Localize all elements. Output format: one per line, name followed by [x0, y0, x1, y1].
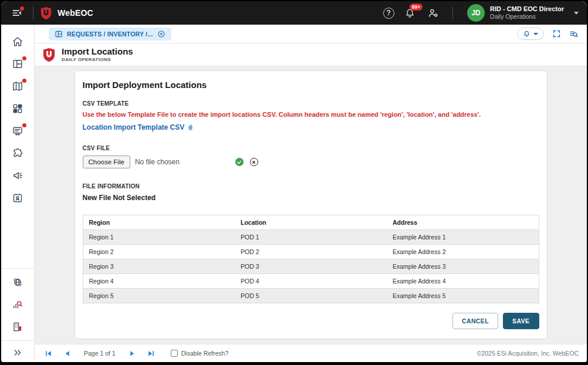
- disable-refresh-checkbox[interactable]: [171, 350, 178, 357]
- tab-bar: REQUESTS / INVENTORY /...: [35, 25, 587, 43]
- user-role: RID - CMD EOC Director: [490, 5, 564, 13]
- page-indicator: Page 1 of 1: [84, 350, 116, 357]
- boards-icon: [12, 58, 23, 70]
- table-row: Region 5 POD 5 Example Address 5: [83, 289, 539, 303]
- alerts-bell-icon: [523, 30, 530, 38]
- table-row: Region 3 POD 3 Example Address 3: [83, 259, 539, 274]
- juvare-shield-logo: [40, 6, 52, 20]
- import-locations-card: Import Deployment Locations CSV TEMPLATE…: [75, 70, 548, 339]
- user-context: Daily Operations: [490, 13, 564, 21]
- boards-notification-dot: [22, 56, 26, 60]
- juvare-shield-logo: [43, 48, 55, 62]
- expand-chevrons-icon: [13, 348, 22, 357]
- card-heading: Import Deployment Locations: [83, 80, 539, 90]
- sidebar-item-contacts[interactable]: [6, 187, 29, 209]
- contacts-card-icon: [12, 192, 23, 204]
- cell-address: Example Address 4: [387, 274, 539, 289]
- csv-template-label: CSV TEMPLATE: [83, 100, 539, 107]
- sidebar-item-boards[interactable]: [6, 53, 29, 75]
- column-header-region: Region: [83, 215, 235, 230]
- board-tab-icon: [55, 30, 63, 38]
- help-button[interactable]: ?: [380, 4, 397, 22]
- table-header-row: Region Location Address: [83, 215, 539, 230]
- footer-bar: Page 1 of 1 Disable Refresh? ©2025 ESi A…: [35, 344, 587, 362]
- file-input-row: Choose File No file chosen: [83, 156, 539, 168]
- cell-region: Region 5: [83, 289, 235, 303]
- locations-preview-table: Region Location Address Region 1 POD 1 E…: [83, 215, 539, 303]
- choose-file-button[interactable]: Choose File: [83, 156, 130, 168]
- user-menu[interactable]: JD RID - CMD EOC Director Daily Operatio…: [467, 4, 579, 22]
- sidebar-divider-bottom: [1, 340, 34, 341]
- save-button[interactable]: SAVE: [503, 313, 539, 329]
- cell-location: POD 1: [235, 230, 387, 245]
- cell-location: POD 4: [235, 274, 387, 289]
- check-circle-icon[interactable]: [235, 158, 244, 166]
- form-actions: CANCEL SAVE: [83, 313, 539, 329]
- page-title: Import Locations: [62, 46, 133, 57]
- content-area: Import Deployment Locations CSV TEMPLATE…: [35, 66, 587, 344]
- alerts-dropdown-button[interactable]: [517, 28, 544, 40]
- chevron-down-icon: [574, 12, 579, 15]
- help-icon: ?: [383, 8, 394, 19]
- sidebar-item-organization[interactable]: [6, 316, 29, 338]
- sidebar-item-plugins[interactable]: [6, 142, 29, 164]
- user-settings-button[interactable]: [424, 4, 442, 22]
- report-search-icon: [12, 299, 23, 310]
- cell-location: POD 5: [235, 289, 387, 303]
- table-row: Region 1 POD 1 Example Address 1: [83, 230, 539, 245]
- chevron-down-icon: [533, 33, 538, 35]
- table-row: Region 4 POD 4 Example Address 4: [83, 274, 539, 289]
- previous-page-button[interactable]: [62, 348, 72, 359]
- topbar-divider: [33, 6, 33, 19]
- csv-template-instructions: Use the below Template File to create th…: [83, 111, 539, 118]
- cell-address: Example Address 2: [387, 245, 539, 259]
- file-information-value: New File Not Selected: [83, 194, 539, 202]
- tab-label: REQUESTS / INVENTORY /...: [67, 31, 153, 38]
- sidebar-item-home[interactable]: [6, 31, 29, 53]
- sidebar-item-reports[interactable]: [6, 293, 29, 316]
- top-bar: WebEOC ? 99+: [1, 1, 587, 25]
- cancel-button[interactable]: CANCEL: [452, 313, 498, 329]
- page-header: Import Locations DAILY OPERATIONS: [35, 43, 587, 66]
- sidebar-divider: [1, 268, 34, 269]
- copyright-text: ©2025 ESi Acquisition, Inc. WebEOC: [477, 350, 579, 357]
- sidebar-item-status-board[interactable]: [6, 120, 29, 142]
- close-circle-icon[interactable]: [157, 30, 165, 38]
- sidebar-item-web[interactable]: [6, 271, 29, 293]
- menu-collapse-button[interactable]: [8, 4, 26, 22]
- notifications-button[interactable]: 99+: [401, 4, 418, 22]
- topbar-divider-2: [452, 6, 453, 19]
- first-page-button[interactable]: [43, 348, 53, 359]
- sidebar-item-apps[interactable]: [6, 97, 29, 120]
- status-board-notification-dot: [22, 123, 26, 127]
- last-page-button[interactable]: [146, 348, 157, 359]
- cell-region: Region 3: [83, 259, 235, 274]
- table-row: Region 2 POD 2 Example Address 2: [83, 245, 539, 259]
- fullscreen-icon[interactable]: [552, 29, 561, 38]
- map-notification-dot: [22, 79, 26, 83]
- cell-address: Example Address 5: [387, 289, 539, 303]
- sidebar-item-announcements[interactable]: [6, 164, 29, 187]
- user-settings-icon: [427, 7, 439, 19]
- tabbar-actions: [517, 28, 579, 40]
- cell-address: Example Address 3: [387, 259, 539, 274]
- cancel-circle-icon[interactable]: [250, 158, 258, 166]
- announcements-megaphone-icon: [12, 170, 23, 181]
- csv-file-label: CSV FILE: [83, 145, 539, 151]
- apps-grid-icon: [12, 103, 23, 114]
- cell-region: Region 4: [83, 274, 235, 289]
- topbar-actions: ? 99+ JD RID -: [380, 4, 579, 22]
- board-search-icon[interactable]: [569, 29, 579, 39]
- sidebar-expand-button[interactable]: [6, 343, 29, 362]
- left-sidebar: [1, 25, 35, 362]
- app-window: WebEOC ? 99+: [1, 1, 587, 362]
- template-download-link[interactable]: Location Import Template CSV: [83, 123, 539, 131]
- avatar: JD: [467, 4, 485, 22]
- page-subtitle: DAILY OPERATIONS: [62, 57, 133, 63]
- tab-requests-inventory[interactable]: REQUESTS / INVENTORY /...: [49, 28, 171, 40]
- next-page-button[interactable]: [127, 348, 138, 359]
- app-title: WebEOC: [58, 8, 93, 18]
- template-link-label: Location Import Template CSV: [83, 123, 185, 131]
- sidebar-item-map[interactable]: [6, 75, 29, 97]
- menu-notification-dot: [20, 6, 24, 11]
